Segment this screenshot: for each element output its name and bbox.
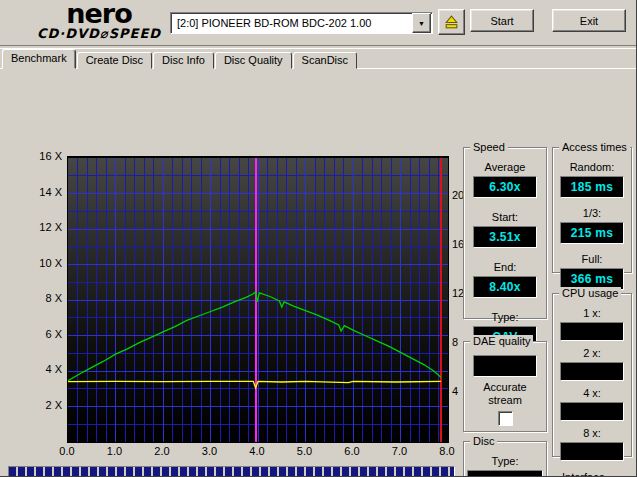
speed-field-label: Average <box>485 161 526 174</box>
cpu_usage-field-label: 4 x: <box>583 387 601 400</box>
x-axis-tick-label: 5.0 <box>290 445 320 457</box>
cpu-usage-panel: CPU usage 1 x:2 x:4 x:8 x: <box>552 293 632 457</box>
x-axis-tick-label: 0.0 <box>52 445 82 457</box>
x-axis-tick-label: 7.0 <box>385 445 415 457</box>
cpu_usage-field-label: 2 x: <box>583 347 601 360</box>
y-left-tick-label: 10 X <box>28 257 62 269</box>
access-times-panel: Access times Random:185 ms1/3:215 msFull… <box>552 147 632 273</box>
x-axis-tick-label: 2.0 <box>147 445 177 457</box>
cpu_usage-field-label: 1 x: <box>583 307 601 320</box>
access_times-field-label: Random: <box>570 161 615 174</box>
y-left-tick-label: 12 X <box>28 221 62 233</box>
drive-selector[interactable]: [2:0] PIONEER BD-ROM BDC-202 1.00 ▼ <box>170 12 433 34</box>
rotation-speed-line <box>68 381 441 388</box>
cpu_usage-value-display <box>560 362 624 381</box>
access_times-value-display: 185 ms <box>560 176 624 198</box>
x-axis-tick-label: 6.0 <box>337 445 367 457</box>
speed-field-label: Type: <box>492 311 519 324</box>
tab-page-benchmark: 16 X14 X12 X10 X8 X6 X4 X2 X0.01.02.03.0… <box>0 68 637 477</box>
y-left-tick-label: 4 X <box>28 363 62 375</box>
cpu_usage-field-label: 8 x: <box>583 427 601 440</box>
disc-panel-title: Disc <box>470 435 497 448</box>
speed-field-label: End: <box>494 261 517 274</box>
cpu_usage-value-display <box>560 322 624 341</box>
accurate-stream-label: Accurate stream <box>473 381 537 407</box>
tab-bar: BenchmarkCreate DiscDisc InfoDisc Qualit… <box>2 49 358 69</box>
x-axis-tick-label: 4.0 <box>242 445 272 457</box>
y-left-tick-label: 8 X <box>28 292 62 304</box>
chart-plot-area <box>67 156 449 443</box>
dae-quality-panel-title: DAE quality <box>470 335 533 348</box>
tab-disc-info[interactable]: Disc Info <box>153 52 214 69</box>
app-window: nero CD·DVD⌀SPEED [2:0] PIONEER BD-ROM B… <box>0 0 637 477</box>
speed-panel-title: Speed <box>470 141 508 154</box>
cd-dvd-speed-logo-text: CD·DVD⌀SPEED <box>14 27 184 40</box>
eject-button[interactable] <box>438 9 465 35</box>
x-axis-tick-label: 8.0 <box>432 445 462 457</box>
access_times-field-label: Full: <box>582 253 603 266</box>
y-left-tick-label: 14 X <box>28 186 62 198</box>
access_times-field-label: 1/3: <box>583 207 601 220</box>
cpu_usage-value-display <box>560 402 624 421</box>
tab-benchmark[interactable]: Benchmark <box>2 49 76 69</box>
nero-logo: nero CD·DVD⌀SPEED <box>14 1 184 40</box>
access_times-value-display: 215 ms <box>560 222 624 244</box>
start-button[interactable]: Start <box>470 9 534 32</box>
tab-scandisc[interactable]: ScanDisc <box>293 52 357 69</box>
y-left-tick-label: 2 X <box>28 399 62 411</box>
cpu_usage-value-display <box>560 442 624 461</box>
y-left-tick-label: 16 X <box>28 150 62 162</box>
read-speed-line <box>68 292 441 381</box>
speed-value-display: 3.51x <box>473 226 537 248</box>
tab-disc-quality[interactable]: Disc Quality <box>215 52 292 69</box>
accurate-stream-checkbox[interactable] <box>498 411 513 426</box>
speed-value-display: 6.30x <box>473 176 537 198</box>
nero-logo-text: nero <box>14 1 184 27</box>
exit-button[interactable]: Exit <box>552 9 626 32</box>
cpu-usage-panel-title: CPU usage <box>559 287 621 300</box>
x-axis-tick-label: 1.0 <box>100 445 130 457</box>
speed-value-display: 8.40x <box>473 276 537 298</box>
progress-bar <box>8 466 455 477</box>
dae-quality-panel: DAE quality Accurate stream <box>463 341 547 432</box>
progress-bar-fill <box>9 467 454 477</box>
interface-panel-title: Interface <box>559 471 608 477</box>
disc-value-display: DVD-R DL <box>467 470 543 477</box>
dae-quality-display <box>473 355 537 377</box>
benchmark-chart: 16 X14 X12 X10 X8 X6 X4 X2 X0.01.02.03.0… <box>8 143 462 465</box>
dropdown-arrow-icon[interactable]: ▼ <box>412 13 431 33</box>
y-left-tick-label: 6 X <box>28 328 62 340</box>
access-times-panel-title: Access times <box>559 141 630 154</box>
disc-field-label: Type: <box>492 455 519 468</box>
eject-icon <box>443 14 460 31</box>
x-axis-tick-label: 3.0 <box>195 445 225 457</box>
drive-selector-value: [2:0] PIONEER BD-ROM BDC-202 1.00 <box>171 17 412 29</box>
speed-panel: Speed Average6.30xStart:3.51xEnd:8.40xTy… <box>463 147 547 319</box>
speed-field-label: Start: <box>492 211 518 224</box>
disc-panel: Disc Type:DVD-R DLLength:7.96 GB <box>463 441 547 477</box>
tab-create-disc[interactable]: Create Disc <box>77 52 152 69</box>
